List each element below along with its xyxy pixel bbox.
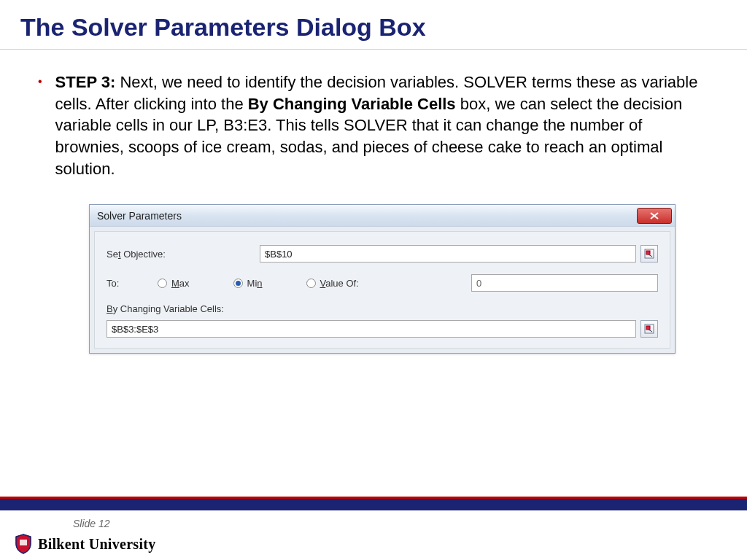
dialog-title: Solver Parameters xyxy=(97,210,182,222)
radio-valueof-label: Value Of: xyxy=(320,278,359,289)
range-picker-icon xyxy=(644,324,654,334)
to-radio-group: Max Min Value Of: xyxy=(158,278,449,289)
slide-footer: Slide 12 Bilkent University xyxy=(0,497,747,560)
value-of-input[interactable]: 0 xyxy=(471,274,658,292)
radio-valueof[interactable]: Value Of: xyxy=(306,278,359,289)
to-label: To: xyxy=(107,278,158,289)
bullet-bold: By Changing Variable Cells xyxy=(248,95,456,113)
by-changing-input[interactable]: $B$3:$E$3 xyxy=(107,320,636,338)
svg-rect-3 xyxy=(646,326,650,330)
content-area: • STEP 3: Next, we need to identify the … xyxy=(0,50,747,354)
radio-min[interactable]: Min xyxy=(233,278,263,289)
by-changing-label: By Changing Variable Cells: xyxy=(107,303,658,314)
bullet-text: STEP 3: Next, we need to identify the de… xyxy=(55,71,712,179)
set-objective-label: Set Objective: xyxy=(107,249,260,260)
close-button[interactable] xyxy=(637,208,672,224)
radio-max-label: Max xyxy=(171,278,190,289)
to-row: To: Max Min Value Of: xyxy=(107,274,658,292)
dialog-titlebar: Solver Parameters xyxy=(90,205,675,227)
radio-max[interactable]: Max xyxy=(158,278,190,289)
radio-min-dot xyxy=(233,279,243,288)
by-changing-row: $B$3:$E$3 xyxy=(107,320,658,338)
range-picker-icon xyxy=(644,249,654,259)
dialog-body: Set Objective: $B$10 To: Max xyxy=(94,231,670,349)
svg-rect-4 xyxy=(20,540,27,545)
slide-title: The Solver Parameters Dialog Box xyxy=(0,0,747,49)
close-icon xyxy=(650,212,659,219)
footer-bar xyxy=(0,499,747,510)
svg-rect-1 xyxy=(646,251,650,254)
university-brand: Bilkent University xyxy=(0,529,747,560)
bullet-item: • STEP 3: Next, we need to identify the … xyxy=(35,71,712,179)
range-picker-button[interactable] xyxy=(640,245,658,262)
set-objective-row: Set Objective: $B$10 xyxy=(107,245,658,262)
university-name: Bilkent University xyxy=(38,536,156,553)
range-picker-button-2[interactable] xyxy=(640,320,658,338)
radio-valueof-dot xyxy=(306,279,316,288)
slide-number: Slide 12 xyxy=(0,510,747,529)
radio-max-dot xyxy=(158,279,167,288)
set-objective-input[interactable]: $B$10 xyxy=(260,245,636,262)
step-label: STEP 3: xyxy=(55,73,116,91)
shield-icon xyxy=(15,534,32,554)
bullet-marker: • xyxy=(35,71,55,92)
solver-dialog: Solver Parameters Set Objective: $B$10 T… xyxy=(89,204,676,354)
radio-min-label: Min xyxy=(247,278,263,289)
